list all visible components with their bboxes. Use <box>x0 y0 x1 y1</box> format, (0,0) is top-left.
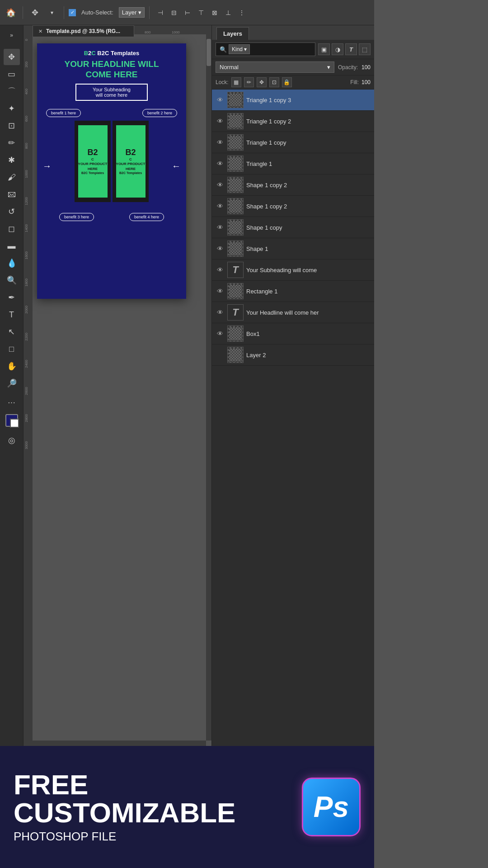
lasso-tool[interactable]: ⌒ <box>4 83 20 99</box>
layer-item[interactable]: 👁Triangle 1 copy 2 <box>212 111 374 132</box>
quick-mask-tool[interactable]: ◎ <box>4 432 20 448</box>
kind-dropdown[interactable]: Kind ▾ <box>229 44 250 54</box>
pen-tool[interactable]: 🔍 <box>4 272 20 288</box>
gradient-tool[interactable]: ▬ <box>4 238 20 254</box>
more-tools[interactable]: … <box>4 392 20 409</box>
align-bottom-icon[interactable]: ⊥ <box>222 6 235 19</box>
layer-visibility-icon[interactable]: 👁 <box>216 308 225 317</box>
move-dropdown-icon[interactable]: ▾ <box>45 5 59 20</box>
layer-thumbnail <box>227 347 244 363</box>
eyedropper-tool[interactable]: ✏ <box>4 135 20 151</box>
layer-thumbnail <box>227 283 244 299</box>
document-tab[interactable]: ✕ Template.psd @ 33.5% (RG... <box>33 25 134 37</box>
canvas-scroll[interactable]: B2C B2C Templates YOUR HEADLINE WILLCOME… <box>33 34 206 741</box>
layer-visibility-icon[interactable]: 👁 <box>216 180 225 189</box>
layer-item[interactable]: 👁TYour Subheading will come <box>212 259 374 281</box>
layers-list[interactable]: 👁Triangle 1 copy 3👁Triangle 1 copy 2👁Tri… <box>212 90 374 746</box>
crop-tool[interactable]: ⊡ <box>4 118 20 134</box>
blend-mode-label: Normal <box>220 64 239 71</box>
lock-checkerboard-icon[interactable]: ▦ <box>231 77 241 87</box>
selection-tool[interactable]: T <box>4 307 20 323</box>
doc-benefits-top: benefit 1 here benefit 2 here <box>37 104 186 119</box>
layer-item[interactable]: 👁Shape 1 copy 2 <box>212 196 374 217</box>
lock-artboard-icon[interactable]: ⊡ <box>269 77 279 87</box>
close-tab-icon[interactable]: ✕ <box>38 28 42 34</box>
lock-move-icon[interactable]: ✥ <box>257 77 267 87</box>
canvas-area[interactable]: 0 200 400 600 800 1000 0 200 400 600 800… <box>23 25 211 746</box>
layers-tab-bar: Layers <box>212 25 374 40</box>
layer-item[interactable]: 👁Triangle 1 <box>212 153 374 175</box>
layer-visibility-icon[interactable]: 👁 <box>216 95 225 104</box>
zoom-tool[interactable]: 🔎 <box>4 375 20 392</box>
align-icons: ⊣ ⊟ ⊢ ⊤ ⊠ ⊥ ⋮ <box>154 6 248 19</box>
type-tool[interactable]: ✒ <box>4 289 20 306</box>
layer-visibility-icon[interactable]: 👁 <box>216 159 225 168</box>
benefit-3: benefit 3 here <box>59 213 94 221</box>
align-top-icon[interactable]: ⊤ <box>195 6 207 19</box>
history-brush-tool[interactable]: ↺ <box>4 203 20 220</box>
spot-heal-tool[interactable]: ✱ <box>4 152 20 168</box>
blend-mode-dropdown[interactable]: Normal ▾ <box>216 61 334 73</box>
magic-wand-tool[interactable]: ✦ <box>4 100 20 117</box>
layer-name-text: Triangle 1 copy 3 <box>246 97 371 104</box>
layer-visibility-icon[interactable]: 👁 <box>216 202 225 211</box>
banner-free-label: FREE <box>14 771 293 799</box>
opacity-value[interactable]: 100 <box>361 64 371 71</box>
horizontal-scrollbar[interactable] <box>33 741 206 746</box>
stamp-tool[interactable]: 🖂 <box>4 186 20 203</box>
marquee-tool[interactable]: ▭ <box>4 66 20 82</box>
layer-visibility-icon[interactable]: 👁 <box>216 265 225 274</box>
adjustment-filter-icon[interactable]: ◑ <box>332 43 343 55</box>
layer-item[interactable]: 👁Shape 1 copy 2 <box>212 175 374 196</box>
layer-item[interactable]: 👁Shape 1 <box>212 238 374 259</box>
layer-visibility-icon[interactable]: 👁 <box>216 287 225 296</box>
shape-filter-icon[interactable]: ⬚ <box>359 43 371 55</box>
hand-tool[interactable]: ✋ <box>4 358 20 374</box>
layer-dropdown[interactable]: Layer ▾ <box>119 7 145 18</box>
foreground-color[interactable] <box>5 414 18 427</box>
layer-item[interactable]: 👁Triangle 1 copy <box>212 132 374 153</box>
shape-tool[interactable]: □ <box>4 341 20 357</box>
vertical-scrollbar[interactable] <box>206 34 211 741</box>
move-tool[interactable]: ✥ <box>4 49 20 65</box>
move-icon[interactable]: ✥ <box>28 5 42 20</box>
align-center-h-icon[interactable]: ⊟ <box>168 6 180 19</box>
dodge-tool[interactable]: 💧 <box>4 255 20 271</box>
align-left-icon[interactable]: ⊣ <box>154 6 167 19</box>
layer-item[interactable]: 👁Rectangle 1 <box>212 281 374 302</box>
left-toolbar: » ✥ ▭ ⌒ ✦ ⊡ ✏ ✱ 🖌 🖂 ↺ ◻ ▬ 💧 🔍 ✒ T ↖ □ ✋ … <box>0 25 23 746</box>
search-icon: 🔍 <box>220 46 227 53</box>
product-box-left: B2 C YOUR PRODUCT HERE B2C Templates <box>75 121 111 202</box>
expand-tool[interactable]: » <box>4 27 20 43</box>
pixel-filter-icon[interactable]: ▣ <box>318 43 330 55</box>
type-filter-icon[interactable]: T <box>345 43 357 55</box>
layers-tab[interactable]: Layers <box>216 27 249 40</box>
layer-thumbnail <box>227 241 244 257</box>
path-select-tool[interactable]: ↖ <box>4 324 20 340</box>
layer-item[interactable]: 👁TYour Headline will come her <box>212 302 374 323</box>
layer-visibility-icon[interactable]: 👁 <box>216 223 225 232</box>
doc-product-area: → B2 C YOUR PRODUCT HERE B2C Templates <box>37 121 186 211</box>
align-right-icon[interactable]: ⊢ <box>181 6 194 19</box>
lock-brush-icon[interactable]: ✏ <box>244 77 254 87</box>
layer-item[interactable]: Layer 2 <box>212 344 374 366</box>
eraser-tool[interactable]: ◻ <box>4 221 20 237</box>
fill-value[interactable]: 100 <box>361 79 371 85</box>
layer-visibility-icon[interactable] <box>216 350 225 359</box>
layer-item[interactable]: 👁Shape 1 copy <box>212 217 374 238</box>
layer-visibility-icon[interactable]: 👁 <box>216 138 225 147</box>
layer-visibility-icon[interactable]: 👁 <box>216 244 225 253</box>
layer-item[interactable]: 👁Box1 <box>212 323 374 344</box>
layer-visibility-icon[interactable]: 👁 <box>216 117 225 126</box>
lock-all-icon[interactable]: 🔒 <box>282 77 292 87</box>
brush-tool[interactable]: 🖌 <box>4 169 20 185</box>
home-icon[interactable]: 🏠 <box>4 5 18 20</box>
layer-item[interactable]: 👁Triangle 1 copy 3 <box>212 90 374 111</box>
align-center-v-icon[interactable]: ⊠ <box>208 6 221 19</box>
arrow-right-icon: ← <box>172 160 181 171</box>
vertical-scrollbar-thumb[interactable] <box>206 39 211 66</box>
distribute-icon[interactable]: ⋮ <box>235 6 248 19</box>
banner-text: FREE CUSTOMIZABLE PHOTOSHOP FILE <box>14 771 293 844</box>
layer-visibility-icon[interactable]: 👁 <box>216 329 225 338</box>
auto-select-checkbox[interactable]: ✓ <box>69 9 76 16</box>
